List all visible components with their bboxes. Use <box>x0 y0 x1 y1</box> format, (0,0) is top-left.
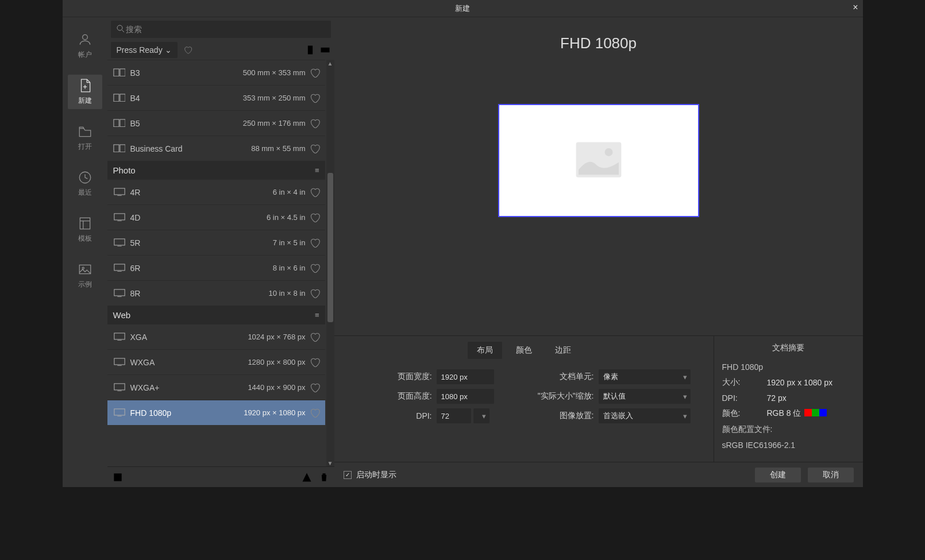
units-label: 文档单元: <box>532 372 594 382</box>
sidebar-item-account[interactable]: 帐户 <box>68 29 102 63</box>
preset-row[interactable]: WXGA1280 px × 800 px <box>107 349 325 374</box>
user-icon <box>78 32 92 47</box>
svg-rect-18 <box>114 238 124 245</box>
favorite-toggle[interactable] <box>309 67 321 79</box>
preset-row[interactable]: 6R8 in × 6 in <box>107 255 325 280</box>
favorite-toggle[interactable] <box>309 331 321 343</box>
preset-panel: Press Ready ⌄ B3500 mm × 353 mmB4353 mm … <box>107 17 334 487</box>
menu-icon[interactable]: ≡ <box>315 311 319 319</box>
favorite-toggle[interactable] <box>309 357 321 368</box>
preset-dimensions: 10 in × 8 in <box>269 289 306 298</box>
preset-row[interactable]: XGA1024 px × 768 px <box>107 324 325 349</box>
tab-color[interactable]: 颜色 <box>507 342 541 359</box>
group-header[interactable]: Web≡ <box>107 306 325 324</box>
rename-button[interactable] <box>301 472 313 483</box>
preset-row[interactable]: FHD 1080p1920 px × 1080 px <box>107 400 325 425</box>
group-header[interactable]: Photo≡ <box>107 161 325 179</box>
sidebar-item-templates[interactable]: 模板 <box>68 213 102 247</box>
preset-dimensions: 250 mm × 176 mm <box>243 119 306 128</box>
screen-icon <box>113 213 126 222</box>
favorite-toggle[interactable] <box>309 187 321 198</box>
preset-row[interactable]: B4353 mm × 250 mm <box>107 85 325 110</box>
right-panel: FHD 1080p 布局 颜色 边距 页面宽度: <box>334 17 863 487</box>
filter-dropdown[interactable]: Press Ready ⌄ <box>111 42 178 58</box>
preset-row[interactable]: 5R7 in × 5 in <box>107 230 325 255</box>
favorite-toggle[interactable] <box>309 407 321 419</box>
svg-rect-24 <box>114 408 124 415</box>
search-box[interactable] <box>111 21 331 38</box>
sidebar-item-new[interactable]: 新建 <box>68 75 102 109</box>
add-preset-button[interactable] <box>112 472 124 483</box>
scroll-down-button[interactable]: ▼ <box>327 459 334 466</box>
sidebar-item-label: 新建 <box>78 96 92 106</box>
units-select[interactable]: 像素 <box>599 369 691 384</box>
image-placeholder-icon <box>573 140 625 181</box>
summary-panel: 文档摘要 FHD 1080p 大小:1920 px x 1080 px DPI:… <box>714 336 863 462</box>
cancel-button[interactable]: 取消 <box>808 468 854 482</box>
height-input[interactable] <box>437 389 494 404</box>
color-swatch <box>819 409 827 416</box>
preset-name: Business Card <box>130 144 183 153</box>
preset-row[interactable]: B5250 mm × 176 mm <box>107 110 325 136</box>
delete-button[interactable] <box>318 472 330 483</box>
favorite-toggle[interactable] <box>309 288 321 299</box>
svg-rect-23 <box>114 383 124 389</box>
preset-row[interactable]: 4D6 in × 4.5 in <box>107 204 325 230</box>
preset-name: 8R <box>130 289 141 298</box>
preset-row[interactable]: B3500 mm × 353 mm <box>107 60 325 85</box>
favorite-toggle[interactable] <box>309 262 321 274</box>
screen-icon <box>113 333 126 342</box>
favorite-toggle[interactable] <box>309 212 321 223</box>
favorite-toggle[interactable] <box>309 237 321 249</box>
preset-name: B3 <box>130 68 140 78</box>
tab-margins[interactable]: 边距 <box>546 342 580 359</box>
scrollbar[interactable]: ▲ ▼ <box>326 60 334 466</box>
landscape-icon[interactable] <box>319 44 331 56</box>
spread-icon <box>113 119 126 128</box>
create-button[interactable]: 创建 <box>755 468 801 482</box>
favorite-toggle[interactable] <box>309 382 321 393</box>
dpi-dropdown[interactable] <box>473 408 490 423</box>
sidebar-item-label: 模板 <box>78 234 92 244</box>
favorite-toggle[interactable] <box>309 118 321 129</box>
width-input[interactable] <box>437 369 494 384</box>
scroll-up-button[interactable]: ▲ <box>327 60 334 67</box>
sidebar-item-recent[interactable]: 最近 <box>68 167 102 201</box>
favorite-toggle[interactable] <box>309 143 321 155</box>
favorite-toggle[interactable] <box>309 92 321 104</box>
scroll-thumb[interactable] <box>327 173 333 322</box>
screen-icon <box>113 188 126 197</box>
menu-icon[interactable]: ≡ <box>315 166 319 175</box>
preset-dimensions: 1440 px × 900 px <box>248 383 305 392</box>
svg-rect-20 <box>114 289 124 295</box>
add-category-button[interactable] <box>129 472 141 483</box>
close-button[interactable]: × <box>853 2 858 13</box>
preset-row[interactable]: Business Card88 mm × 55 mm <box>107 136 325 161</box>
settings-bar: 布局 颜色 边距 页面宽度: 文档单元: 像素 页面高度: "实际大小"缩放: <box>334 335 863 462</box>
scale-select[interactable]: 默认值 <box>599 389 691 404</box>
preset-name: B4 <box>130 94 140 103</box>
dpi-input[interactable] <box>437 408 471 423</box>
sidebar-item-samples[interactable]: 示例 <box>68 258 102 293</box>
portrait-icon[interactable] <box>305 44 316 56</box>
show-on-start-checkbox[interactable]: ✓ 启动时显示 <box>344 470 396 480</box>
svg-rect-19 <box>114 264 124 270</box>
preset-row[interactable]: 4R6 in × 4 in <box>107 179 325 204</box>
svg-rect-6 <box>307 46 312 55</box>
screen-icon <box>113 408 126 418</box>
sidebar-item-label: 最近 <box>78 188 92 198</box>
tab-layout[interactable]: 布局 <box>468 342 502 359</box>
search-input[interactable] <box>126 25 326 34</box>
svg-rect-11 <box>120 94 125 101</box>
image-placement-select[interactable]: 首选嵌入 <box>599 408 691 423</box>
svg-point-4 <box>82 267 84 269</box>
preset-row[interactable]: 8R10 in × 8 in <box>107 280 325 306</box>
filter-selected: Press Ready <box>117 45 163 55</box>
preset-name: FHD 1080p <box>130 408 172 418</box>
favorite-filter-icon[interactable] <box>182 44 194 56</box>
preset-dimensions: 88 mm × 55 mm <box>251 144 305 153</box>
footer: ✓ 启动时显示 创建 取消 <box>334 462 863 487</box>
preset-row[interactable]: WXGA+1440 px × 900 px <box>107 374 325 400</box>
preset-name: 4R <box>130 188 141 197</box>
sidebar-item-open[interactable]: 打开 <box>68 121 102 155</box>
